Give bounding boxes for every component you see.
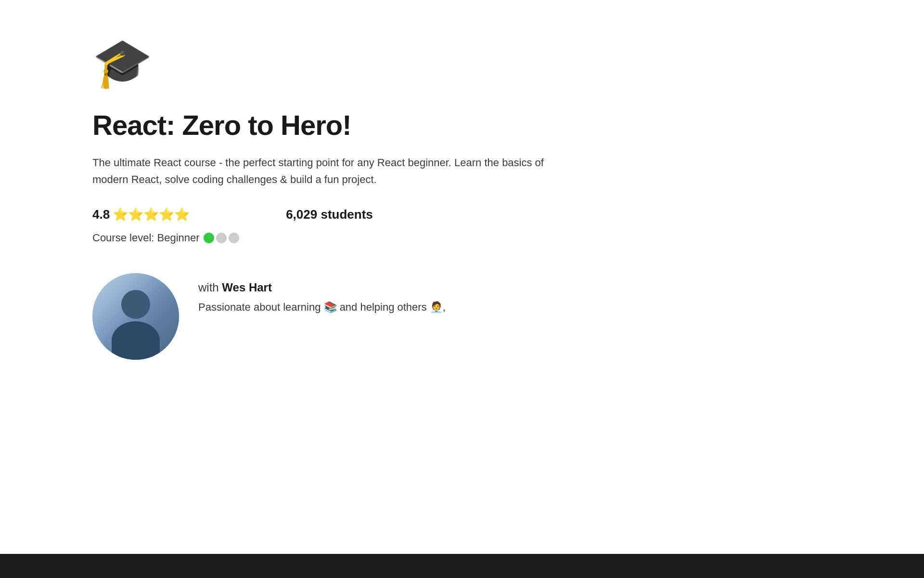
page-container: 🎓 React: Zero to Hero! The ultimate Reac… [0,0,578,398]
course-level-label: Course level: Beginner [92,232,200,244]
logo-area: 🎓 [92,39,578,87]
bottom-bar [0,554,924,578]
avatar-image [92,273,179,360]
level-dot-3 [229,233,239,243]
instructor-info: with Wes Hart Passionate about learning … [198,273,446,315]
instructor-bio: Passionate about learning 📚 and helping … [198,299,446,315]
instructor-name: Wes Hart [222,281,272,294]
course-level: Course level: Beginner [92,232,578,244]
level-dot-2 [216,233,227,243]
graduation-cap-icon: 🎓 [92,39,578,87]
rating-stars: ⭐⭐⭐⭐⭐ [113,207,190,222]
level-dot-1 [204,233,214,243]
course-description: The ultimate React course - the perfect … [92,154,564,188]
instructor-section: with Wes Hart Passionate about learning … [92,273,578,360]
students-count: 6,029 students [286,207,373,222]
instructor-with-label: with Wes Hart [198,281,446,294]
rating-row: 4.8 ⭐⭐⭐⭐⭐ 6,029 students [92,207,578,222]
level-dots [204,233,239,243]
course-title: React: Zero to Hero! [92,110,578,141]
rating-value: 4.8 [92,207,110,222]
instructor-avatar [92,273,179,360]
course-rating: 4.8 ⭐⭐⭐⭐⭐ [92,207,190,222]
